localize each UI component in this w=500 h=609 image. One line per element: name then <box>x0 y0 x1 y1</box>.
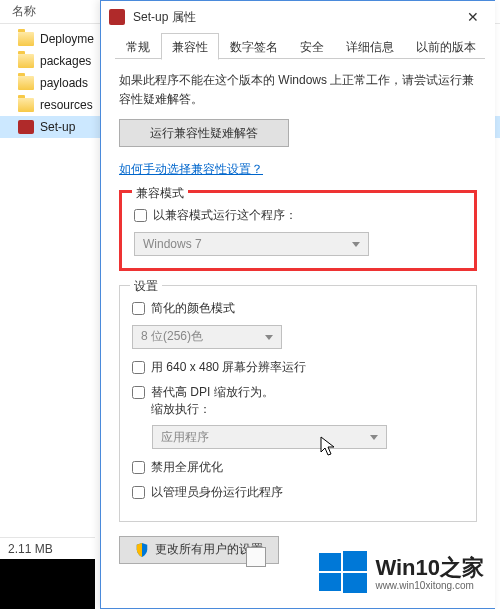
tab-signatures[interactable]: 数字签名 <box>219 33 289 59</box>
close-button[interactable]: ✕ <box>459 5 487 29</box>
dpi-scale-combo[interactable]: 应用程序 <box>152 425 387 449</box>
compat-mode-group: 兼容模式 以兼容模式运行这个程序： Windows 7 <box>119 190 477 271</box>
checkbox-input[interactable] <box>132 361 145 374</box>
file-label: packages <box>40 54 91 68</box>
svg-rect-1 <box>343 551 367 571</box>
file-label: payloads <box>40 76 88 90</box>
status-text: 2.11 MB <box>8 542 53 556</box>
checkbox-input[interactable] <box>132 302 145 315</box>
dpi-override-checkbox[interactable]: 替代高 DPI 缩放行为。缩放执行： <box>132 384 464 418</box>
folder-icon <box>18 32 34 46</box>
file-label: resources <box>40 98 93 112</box>
watermark-url: www.win10xitong.com <box>375 580 484 592</box>
run-as-admin-checkbox[interactable]: 以管理员身份运行此程序 <box>132 484 464 501</box>
tab-previous[interactable]: 以前的版本 <box>405 33 487 59</box>
properties-dialog: Set-up 属性 ✕ 常规 兼容性 数字签名 安全 详细信息 以前的版本 如果… <box>100 0 495 609</box>
folder-icon <box>18 76 34 90</box>
checkbox-input[interactable] <box>134 209 147 222</box>
folder-icon <box>18 54 34 68</box>
ok-button-fragment[interactable] <box>246 547 266 567</box>
checkbox-label: 简化的颜色模式 <box>151 300 235 317</box>
checkbox-label: 禁用全屏优化 <box>151 459 223 476</box>
settings-group: 设置 简化的颜色模式 8 位(256)色 用 640 x 480 屏幕分辨率运行… <box>119 285 477 522</box>
shield-icon <box>135 543 149 557</box>
checkbox-input[interactable] <box>132 461 145 474</box>
svg-rect-2 <box>319 573 341 591</box>
color-mode-combo[interactable]: 8 位(256)色 <box>132 325 282 349</box>
svg-rect-3 <box>343 573 367 593</box>
file-label: Set-up <box>40 120 75 134</box>
tab-content: 如果此程序不能在这个版本的 Windows 上正常工作，请尝试运行兼容性疑难解答… <box>101 59 495 564</box>
compat-description: 如果此程序不能在这个版本的 Windows 上正常工作，请尝试运行兼容性疑难解答… <box>119 71 477 109</box>
tab-strip: 常规 兼容性 数字签名 安全 详细信息 以前的版本 <box>101 33 495 59</box>
compat-mode-checkbox[interactable]: 以兼容模式运行这个程序： <box>134 207 462 224</box>
group-label: 兼容模式 <box>132 185 188 202</box>
troubleshoot-button[interactable]: 运行兼容性疑难解答 <box>119 119 289 147</box>
window-title: Set-up 属性 <box>133 9 459 26</box>
svg-rect-0 <box>319 553 341 571</box>
windows-logo-icon <box>319 549 367 597</box>
checkbox-label: 以兼容模式运行这个程序： <box>153 207 297 224</box>
app-icon <box>109 9 125 25</box>
checkbox-input[interactable] <box>132 386 145 399</box>
tab-security[interactable]: 安全 <box>289 33 335 59</box>
group-label: 设置 <box>130 278 162 295</box>
checkbox-input[interactable] <box>132 486 145 499</box>
titlebar[interactable]: Set-up 属性 ✕ <box>101 1 495 33</box>
watermark-title: Win10之家 <box>375 555 484 580</box>
checkbox-label: 以管理员身份运行此程序 <box>151 484 283 501</box>
lowres-checkbox[interactable]: 用 640 x 480 屏幕分辨率运行 <box>132 359 464 376</box>
checkbox-label: 替代高 DPI 缩放行为。缩放执行： <box>151 384 274 418</box>
tab-compatibility[interactable]: 兼容性 <box>161 33 219 60</box>
app-icon <box>18 120 34 134</box>
file-label: Deployme <box>40 32 94 46</box>
reduced-color-checkbox[interactable]: 简化的颜色模式 <box>132 300 464 317</box>
compat-os-combo[interactable]: Windows 7 <box>134 232 369 256</box>
disable-fullscreen-checkbox[interactable]: 禁用全屏优化 <box>132 459 464 476</box>
tab-general[interactable]: 常规 <box>115 33 161 59</box>
taskbar-fragment <box>0 559 95 609</box>
manual-settings-link[interactable]: 如何手动选择兼容性设置？ <box>119 161 263 178</box>
checkbox-label: 用 640 x 480 屏幕分辨率运行 <box>151 359 306 376</box>
watermark: Win10之家 www.win10xitong.com <box>311 545 492 601</box>
tab-details[interactable]: 详细信息 <box>335 33 405 59</box>
status-bar: 2.11 MB <box>0 537 95 559</box>
folder-icon <box>18 98 34 112</box>
